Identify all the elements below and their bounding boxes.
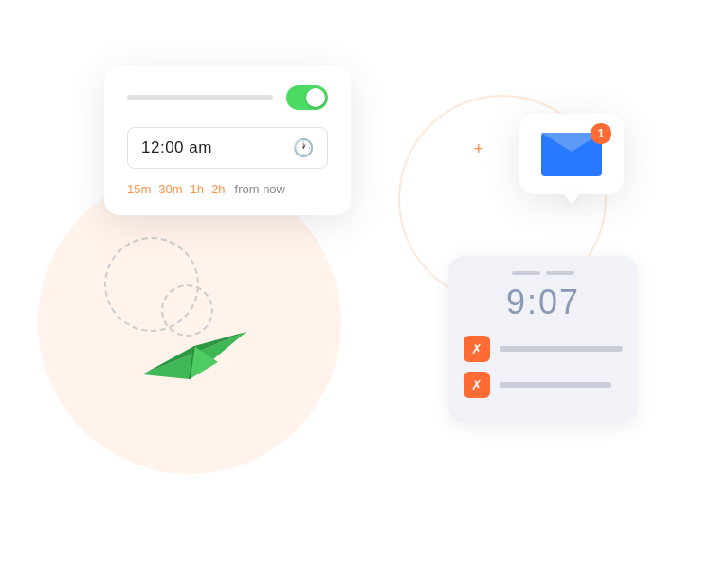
time-picker-card: 12:00 am 🕐 15m 30m 1h 2h from now — [104, 66, 351, 215]
plus-decoration-icon: + — [473, 140, 483, 157]
toggle-knob — [306, 88, 325, 107]
time-shortcuts-row: 15m 30m 1h 2h from now — [127, 182, 328, 196]
shortcut-1h[interactable]: 1h — [191, 182, 204, 196]
toggle-switch[interactable] — [286, 85, 328, 110]
phone-task-card: 9:07 ✗ ✗ — [448, 256, 638, 423]
from-now-label: from now — [235, 182, 285, 196]
task-item-2: ✗ — [464, 372, 623, 398]
phone-status-dot-2 — [546, 271, 574, 275]
notification-envelope-card: 1 — [519, 114, 624, 194]
task-icon-2: ✗ — [464, 372, 490, 398]
time-input-container[interactable]: 12:00 am 🕐 — [127, 127, 328, 169]
shortcut-30m[interactable]: 30m — [158, 182, 182, 196]
task-icon-1: ✗ — [464, 336, 490, 362]
phone-time-display: 9:07 — [464, 282, 623, 322]
shortcut-2h[interactable]: 2h — [211, 182, 225, 196]
phone-status-dot-1 — [512, 271, 540, 275]
shortcut-15m[interactable]: 15m — [127, 182, 151, 196]
phone-top-bar — [464, 271, 623, 275]
toggle-label-bar — [127, 95, 273, 100]
time-value-display: 12:00 am — [141, 138, 293, 157]
clock-icon: 🕐 — [293, 137, 314, 158]
dashed-circle-small — [161, 284, 213, 337]
notification-badge: 1 — [591, 123, 611, 144]
toggle-row — [127, 85, 328, 110]
task-line-1 — [500, 346, 623, 352]
envelope-wrapper: 1 — [541, 133, 602, 176]
paper-plane-container — [133, 303, 256, 392]
task-line-2 — [500, 382, 611, 388]
task-item-1: ✗ — [464, 336, 623, 362]
